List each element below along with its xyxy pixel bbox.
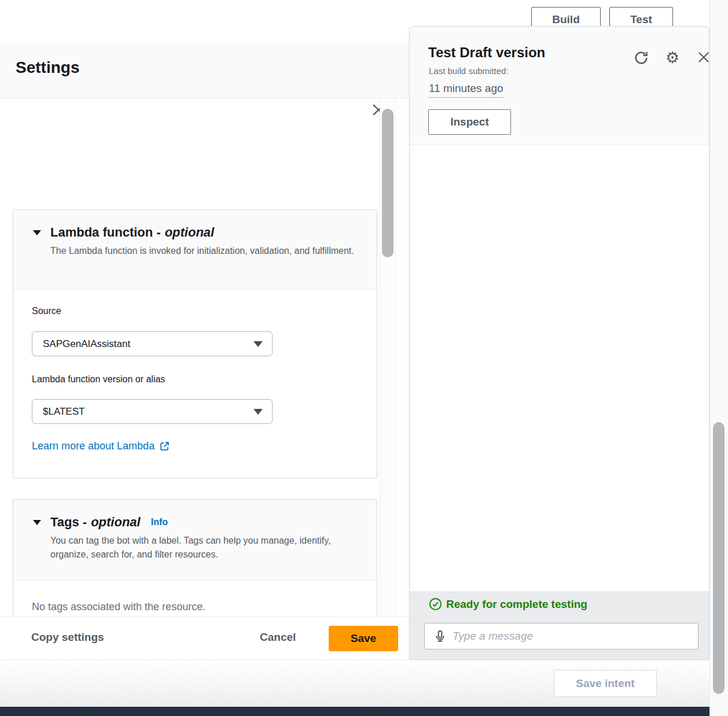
collapse-caret-icon[interactable] [33,520,41,525]
learn-more-lambda-link[interactable]: Learn more about Lambda [32,440,170,452]
lambda-section-description: The Lambda function is invoked for initi… [50,244,354,258]
settings-panel-body: Lambda function - optional The Lambda fu… [0,98,409,617]
lambda-function-section: Lambda function - optional The Lambda fu… [13,209,377,478]
tags-section-description: You can tag the bot with a label. Tags c… [50,534,354,562]
chat-input-container [424,623,698,649]
settings-scrollbar-track[interactable] [380,98,396,617]
check-circle-icon [429,597,442,611]
tags-section-title: Tags - [50,515,87,530]
test-panel-footer: Ready for complete testing [410,591,709,659]
version-select[interactable]: $LATEST [32,399,273,424]
bot-status-text: Ready for complete testing [446,598,587,611]
source-select[interactable]: SAPGenAIAssistant [32,331,273,356]
external-link-icon [159,441,170,452]
inspect-button[interactable]: Inspect [428,109,511,135]
source-select-value: SAPGenAIAssistant [43,338,253,350]
save-intent-button[interactable]: Save intent [554,670,657,697]
tags-section-optional-label: optional [91,515,141,530]
settings-title: Settings [16,58,79,77]
copy-settings-link[interactable]: Copy settings [31,631,104,644]
chevron-down-icon [253,341,263,347]
test-panel-title: Test Draft version [428,45,545,61]
cancel-button[interactable]: Cancel [260,631,296,644]
last-build-label: Last build submitted: [429,66,509,76]
last-build-value[interactable]: 11 minutes ago [429,82,503,98]
chat-transcript-area [410,146,709,592]
gear-icon[interactable]: ⚙ [664,50,681,66]
test-panel-header: Test Draft version ⚙ Last build submitte… [410,27,709,145]
lex-console-page: Build Test Settings Lambda function - op… [0,0,728,716]
refresh-icon[interactable] [633,50,649,66]
collapse-caret-icon[interactable] [33,230,41,235]
learn-more-lambda-label: Learn more about Lambda [32,440,155,452]
tags-section-header: Tags - optional Info You can tag the bot… [13,500,377,580]
bot-status: Ready for complete testing [429,597,587,611]
source-label: Source [32,306,61,316]
tags-empty-text: No tags associated with the resource. [32,601,205,613]
settings-scrollbar-thumb[interactable] [382,109,394,257]
version-label: Lambda function version or alias [32,374,165,385]
lambda-section-header: Lambda function - optional The Lambda fu… [13,210,377,290]
chat-message-input[interactable] [453,625,698,648]
bottom-dark-bar [0,707,709,716]
page-scrollbar-track[interactable] [709,0,728,716]
microphone-icon[interactable] [433,630,447,643]
test-draft-panel: Test Draft version ⚙ Last build submitte… [409,26,709,660]
version-select-value: $LATEST [43,406,253,418]
save-button[interactable]: Save [329,626,398,651]
page-scrollbar-thumb[interactable] [713,422,725,694]
lambda-section-optional-label: optional [165,225,215,240]
settings-panel-header: Settings [0,42,409,98]
lambda-section-title: Lambda function - [50,225,161,240]
tags-info-link[interactable]: Info [151,517,168,527]
settings-panel-footer: Copy settings Cancel Save [0,617,409,660]
chevron-down-icon [253,409,263,415]
